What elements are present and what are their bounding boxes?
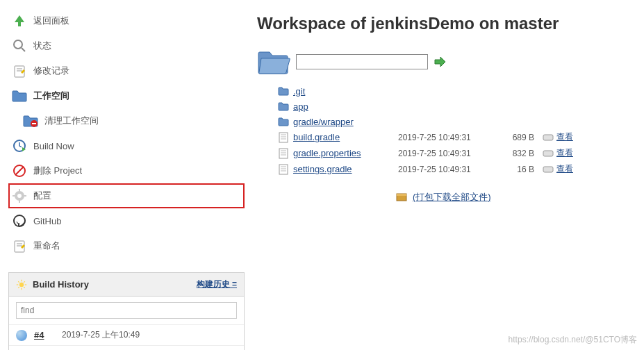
file-small-icon bbox=[278, 164, 289, 175]
build-history-header: Build History 构建历史 = bbox=[9, 273, 244, 297]
build-history-search-input[interactable] bbox=[16, 302, 237, 319]
svg-point-20 bbox=[19, 282, 24, 286]
folder-small-icon bbox=[278, 101, 289, 112]
file-date: 2019-7-25 10:49:31 bbox=[398, 165, 495, 174]
edit-icon bbox=[11, 238, 28, 254]
sidebar-item-label: 重命名 bbox=[33, 240, 60, 252]
sidebar-item-github[interactable]: GitHub bbox=[8, 208, 245, 233]
build-history-search bbox=[9, 297, 244, 324]
sidebar-item-label: 配置 bbox=[33, 190, 51, 202]
svg-rect-45 bbox=[397, 194, 406, 196]
build-row[interactable]: #3 2019-7-25 上午10:49 bbox=[9, 345, 244, 350]
svg-point-0 bbox=[14, 40, 22, 49]
svg-line-1 bbox=[22, 48, 25, 51]
file-size: 689 B bbox=[499, 133, 534, 142]
svg-rect-39 bbox=[279, 165, 288, 174]
dir-row[interactable]: .git bbox=[278, 83, 630, 99]
sidebar-item-label: 状态 bbox=[33, 40, 51, 52]
fingerprint-icon bbox=[543, 133, 554, 142]
sidebar-item-label: GitHub bbox=[33, 216, 61, 226]
folder-small-icon bbox=[278, 116, 289, 127]
fingerprint-icon bbox=[543, 165, 554, 174]
sidebar-item-changes[interactable]: 修改记录 bbox=[8, 58, 245, 83]
sidebar-item-label: 删除 Project bbox=[33, 165, 82, 177]
gear-icon bbox=[11, 188, 28, 204]
file-date: 2019-7-25 10:49:31 bbox=[398, 133, 495, 142]
go-arrow-icon[interactable] bbox=[434, 56, 446, 68]
sidebar-item-status[interactable]: 状态 bbox=[8, 33, 245, 58]
svg-point-11 bbox=[17, 194, 22, 198]
svg-rect-38 bbox=[543, 151, 553, 156]
svg-rect-6 bbox=[32, 123, 36, 124]
file-name-link[interactable]: settings.gradle bbox=[293, 164, 394, 174]
sidebar-item-delete-project[interactable]: 删除 Project bbox=[8, 158, 245, 183]
dir-name-link[interactable]: gradle/wrapper bbox=[293, 117, 394, 127]
svg-rect-13 bbox=[19, 200, 20, 203]
notepad-icon bbox=[11, 62, 28, 79]
svg-line-26 bbox=[24, 287, 25, 288]
forbidden-icon bbox=[11, 162, 28, 179]
dir-row[interactable]: gradle/wrapper bbox=[278, 114, 630, 129]
file-view-link[interactable]: 查看 bbox=[556, 131, 573, 143]
file-list: .git app gradle/wrapper build.gradle 201… bbox=[278, 83, 630, 177]
folder-icon bbox=[11, 88, 28, 104]
fingerprint-icon bbox=[543, 149, 554, 158]
sidebar-item-label: Build Now bbox=[33, 141, 74, 151]
sidebar: 返回面板 状态 修改记录 工作空间 清理工作空间 bbox=[0, 0, 250, 350]
file-view-link[interactable]: 查看 bbox=[556, 163, 573, 175]
clock-play-icon bbox=[11, 138, 28, 154]
magnifier-icon bbox=[11, 38, 28, 54]
build-row[interactable]: #4 2019-7-25 上午10:49 bbox=[9, 324, 244, 345]
sidebar-item-rename[interactable]: 重命名 bbox=[8, 233, 245, 258]
file-name-link[interactable]: build.gradle bbox=[293, 132, 394, 142]
sidebar-item-back[interactable]: 返回面板 bbox=[8, 8, 245, 33]
dir-row[interactable]: app bbox=[278, 99, 630, 114]
svg-rect-43 bbox=[543, 167, 553, 172]
file-row: settings.gradle 2019-7-25 10:49:31 16 B … bbox=[278, 161, 630, 177]
svg-line-28 bbox=[24, 281, 25, 283]
github-icon bbox=[11, 212, 28, 229]
sidebar-item-wipe-workspace[interactable]: 清理工作空间 bbox=[8, 108, 245, 133]
main-content: Workspace of jenkinsDemo on master .git … bbox=[250, 0, 644, 350]
watermark: https://blog.csdn.net/@51CTO博客 bbox=[509, 334, 637, 346]
sidebar-item-label: 清理工作空间 bbox=[44, 115, 99, 127]
file-view-link[interactable]: 查看 bbox=[556, 147, 573, 159]
build-date: 2019-7-25 上午10:49 bbox=[62, 329, 140, 341]
svg-rect-33 bbox=[543, 135, 553, 140]
svg-rect-34 bbox=[279, 149, 288, 158]
svg-line-9 bbox=[15, 167, 24, 175]
sidebar-item-workspace[interactable]: 工作空间 bbox=[8, 83, 245, 108]
svg-rect-15 bbox=[24, 195, 26, 197]
build-history-title: Build History bbox=[33, 279, 89, 290]
folder-path-bar bbox=[257, 47, 630, 76]
svg-line-25 bbox=[18, 281, 19, 283]
dir-name-link[interactable]: app bbox=[293, 101, 394, 112]
folder-small-icon bbox=[278, 85, 289, 97]
file-small-icon bbox=[278, 132, 289, 143]
file-size: 16 B bbox=[499, 165, 534, 174]
up-arrow-icon bbox=[11, 12, 28, 29]
file-name-link[interactable]: gradle.properties bbox=[293, 148, 394, 158]
build-status-ball-icon bbox=[16, 330, 27, 341]
sidebar-item-label: 修改记录 bbox=[33, 65, 69, 77]
svg-rect-14 bbox=[13, 195, 15, 197]
file-row: build.gradle 2019-7-25 10:49:31 689 B 查看 bbox=[278, 129, 630, 145]
folder-open-icon bbox=[257, 47, 290, 76]
file-size: 832 B bbox=[499, 149, 534, 158]
page-title: Workspace of jenkinsDemo on master bbox=[257, 14, 630, 33]
file-date: 2019-7-25 10:49:31 bbox=[398, 149, 495, 158]
path-input[interactable] bbox=[296, 54, 428, 69]
folder-delete-icon bbox=[22, 112, 39, 129]
sidebar-item-configure[interactable]: 配置 bbox=[8, 183, 245, 208]
dir-name-link[interactable]: .git bbox=[293, 86, 394, 97]
svg-line-27 bbox=[18, 287, 19, 288]
build-history-trend-link[interactable]: 构建历史 = bbox=[197, 278, 237, 290]
sidebar-item-build-now[interactable]: Build Now bbox=[8, 133, 245, 158]
build-number-link[interactable]: #4 bbox=[34, 330, 55, 340]
sidebar-item-label: 返回面板 bbox=[33, 15, 69, 27]
file-row: gradle.properties 2019-7-25 10:49:31 832… bbox=[278, 145, 630, 161]
sidebar-item-label: 工作空间 bbox=[33, 90, 69, 102]
download-all-link[interactable]: (打包下载全部文件) bbox=[413, 192, 491, 202]
sun-icon bbox=[16, 279, 27, 290]
package-icon bbox=[396, 192, 407, 203]
